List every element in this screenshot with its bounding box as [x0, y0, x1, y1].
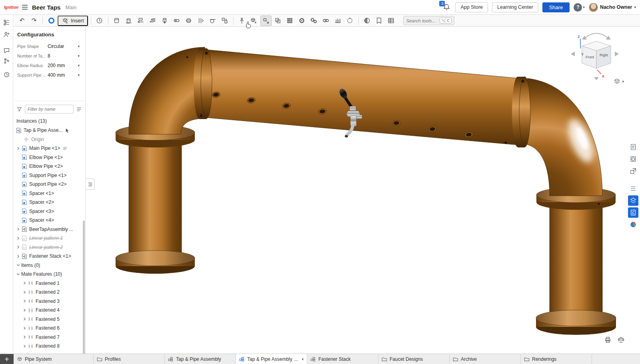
tree-scrollbar[interactable] — [83, 221, 85, 354]
linear-pattern-icon[interactable] — [332, 16, 344, 26]
help-menu[interactable]: ? ▾ — [574, 3, 585, 12]
beer-tap-pipe-assembly-model[interactable] — [86, 27, 640, 354]
main-menu-button[interactable] — [22, 4, 28, 10]
assembly-structure-icon[interactable] — [2, 18, 11, 27]
number-of-taps-select[interactable]: 8 ▾ — [46, 52, 81, 60]
graphics-viewport[interactable]: Front Right Z Y X ▾ — [86, 27, 640, 354]
elbow-radius-select[interactable]: 200 mm ▾ — [46, 62, 81, 69]
tree-item-support-pipe-1[interactable]: Support Pipe <1> — [13, 171, 85, 180]
history-icon[interactable] — [2, 70, 11, 79]
checklist-icon[interactable] — [628, 207, 638, 218]
mate-features-section-header[interactable]: Mate Features (10) — [13, 270, 85, 279]
follow-mode-ring-button[interactable] — [46, 16, 57, 26]
rotate-arc-icon[interactable] — [585, 34, 608, 38]
add-tab-button[interactable]: + — [0, 354, 14, 364]
list-icon[interactable] — [628, 183, 638, 194]
insert-part-icon[interactable] — [248, 16, 260, 26]
pattern-grid-icon[interactable] — [284, 16, 296, 26]
export-icon[interactable] — [628, 166, 638, 176]
printer-icon[interactable] — [604, 336, 612, 345]
share-button[interactable]: Share — [542, 2, 570, 12]
search-tools[interactable]: ⌥ C — [403, 16, 454, 25]
belt-relation-icon[interactable] — [320, 16, 332, 26]
mate-connector-icon[interactable] — [236, 16, 248, 26]
tree-item-spacer-4[interactable]: Spacer <4> — [13, 216, 85, 225]
view-cube[interactable]: Front Right Z Y X — [564, 30, 624, 86]
tab-faucet-designs[interactable]: Faucet Designs — [378, 354, 450, 364]
pin-slot-mate-icon[interactable] — [171, 16, 182, 26]
tab-fastener-stack[interactable]: Fastener Stack — [307, 354, 378, 364]
tree-item-elbow-pipe-2[interactable]: Elbow Pipe <2> — [13, 162, 85, 171]
chevron-right-icon[interactable] — [16, 146, 21, 151]
app-store-button[interactable]: App Store — [455, 2, 488, 12]
tangent-mate-icon[interactable] — [207, 16, 218, 26]
tree-item-fastened-1[interactable]: Fastened 1 — [13, 279, 85, 288]
filter-icon[interactable] — [16, 106, 22, 112]
support-pipe-2[interactable] — [536, 198, 616, 335]
versions-icon[interactable] — [2, 56, 11, 66]
tree-item-spacer-3[interactable]: Spacer <3> — [13, 207, 85, 216]
support-pipe-1[interactable] — [116, 138, 195, 274]
insert-button[interactable]: Insert — [58, 16, 88, 26]
tree-item-spacer-2[interactable]: Spacer <2> — [13, 198, 85, 207]
main-pipe-flange-left[interactable] — [194, 48, 212, 119]
pan-right-arrow-icon[interactable] — [615, 52, 619, 56]
learning-center-button[interactable]: Learning Center — [492, 2, 538, 12]
bom-icon[interactable] — [386, 16, 397, 26]
search-tools-input[interactable] — [406, 18, 437, 23]
instances-header[interactable]: Instances (13) — [13, 116, 85, 125]
layers-icon[interactable] — [628, 195, 638, 206]
tab-profiles[interactable]: Profiles — [94, 354, 165, 364]
named-positions-icon[interactable] — [374, 16, 385, 26]
tree-item-fastened-7[interactable]: Fastened 7 — [13, 333, 85, 342]
support-pipe-select[interactable]: 400 mm ▾ — [46, 72, 81, 79]
chevron-right-icon[interactable] — [22, 308, 27, 313]
tree-item-fastened-4[interactable]: Fastened 4 — [13, 306, 85, 315]
tab-tap-pipe-assembly-configured[interactable]: Tap & Pipe Assembly C... ▾ — [236, 354, 307, 364]
tree-item-main-pipe[interactable]: Main Pipe <1> — [13, 144, 85, 153]
tree-item-fastened-6[interactable]: Fastened 6 — [13, 324, 85, 333]
cube-sheet-icon[interactable] — [628, 154, 638, 164]
tree-item-support-pipe-2[interactable]: Support Pipe <2> — [13, 180, 85, 189]
tree-item-elbow-pipe-1[interactable]: Elbow Pipe <1> — [13, 153, 85, 162]
tree-item-fastener-stack[interactable]: Fastener Stack <1> — [13, 252, 85, 261]
tab-archive[interactable]: Archive — [450, 354, 521, 364]
mass-properties-icon[interactable] — [617, 336, 625, 345]
gear-relation-icon[interactable] — [296, 16, 308, 26]
section-view-icon[interactable] — [362, 16, 373, 26]
chevron-right-icon[interactable] — [16, 236, 21, 241]
items-section-header[interactable]: Items (0) — [13, 261, 85, 270]
comments-icon[interactable] — [2, 46, 11, 55]
tab-renderings[interactable]: Renderings — [521, 354, 592, 364]
workspace-name[interactable]: Main — [65, 4, 76, 10]
tree-item-fastened-2[interactable]: Fastened 2 — [13, 288, 85, 297]
tree-item-root-assembly[interactable]: Tap & Pipe Asse... — [13, 126, 85, 135]
elbow-pipe-2[interactable] — [527, 78, 602, 196]
follow-mode-icon[interactable] — [2, 30, 11, 39]
transform-icon[interactable] — [260, 16, 272, 26]
tree-item-linear-pattern-1[interactable]: Linear pattern 1 — [13, 234, 85, 243]
group-icon[interactable] — [219, 16, 230, 26]
chevron-down-icon[interactable] — [16, 263, 21, 268]
duplicate-icon[interactable] — [272, 16, 284, 26]
cylindrical-mate-icon[interactable] — [159, 16, 170, 26]
planar-mate-icon[interactable] — [147, 16, 158, 26]
chevron-right-icon[interactable] — [16, 254, 21, 259]
tab-pipe-system[interactable]: Pipe System — [14, 354, 94, 364]
tab-tap-pipe-assembly[interactable]: Tap & Pipe Assembly — [165, 354, 236, 364]
tree-item-spacer-1[interactable]: Spacer <1> — [13, 189, 85, 198]
list-options-icon[interactable] — [76, 106, 82, 112]
tree-item-beertap-assembly[interactable]: BeerTapAssembly ... — [13, 225, 85, 234]
filter-input[interactable] — [25, 105, 74, 113]
main-pipe[interactable] — [205, 50, 519, 145]
pan-left-arrow-icon[interactable] — [571, 52, 575, 56]
tree-item-origin[interactable]: Origin — [13, 135, 85, 144]
undo-button[interactable]: ↶ — [16, 16, 28, 26]
chevron-right-icon[interactable] — [22, 334, 27, 340]
chevron-down-icon[interactable]: ▾ — [302, 357, 304, 361]
chevron-right-icon[interactable] — [22, 290, 27, 295]
chevron-right-icon[interactable] — [22, 316, 27, 322]
tree-item-fastened-8[interactable]: Fastened 8 — [13, 342, 85, 351]
pan-down-arrow-icon[interactable] — [594, 77, 599, 80]
circular-pattern-icon[interactable] — [344, 16, 356, 26]
